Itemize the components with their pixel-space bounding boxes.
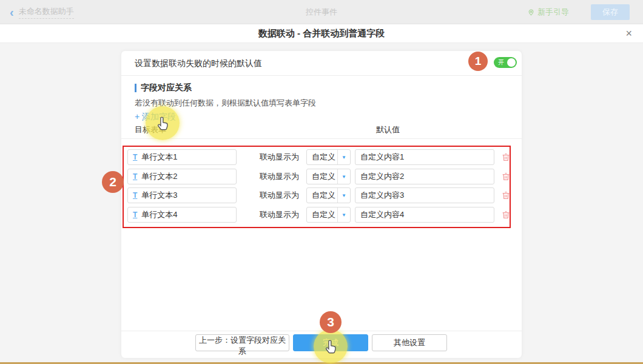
toggle-on-label: 开 — [498, 58, 504, 67]
mode-value: 自定义 — [307, 209, 337, 220]
mode-dropdown[interactable]: 自定义 ▼ — [306, 149, 351, 165]
default-value-text: 自定义内容2 — [360, 171, 404, 182]
dialog-title: 数据联动 - 合并联动到普通字段 — [0, 24, 643, 42]
delete-row-button[interactable] — [501, 172, 511, 181]
chevron-down-icon: ▼ — [337, 169, 350, 184]
divider — [121, 75, 522, 76]
delete-row-button[interactable] — [501, 190, 511, 200]
default-value-setting-label: 设置数据联动失败的时候的默认值 — [135, 51, 262, 75]
target-field-input[interactable]: T 单行文本3 — [127, 187, 237, 203]
default-value-text: 自定义内容3 — [360, 190, 404, 201]
section-marker-bar — [135, 84, 136, 92]
screen: ‹ 未命名数据助手 控件事件 新手引导 保存 数据联动 - 合并联动到普通字段 … — [0, 0, 643, 364]
chevron-down-icon: ▼ — [337, 150, 350, 164]
trash-icon — [501, 210, 511, 220]
default-value-input[interactable]: 自定义内容4 — [355, 207, 494, 223]
dialog-titlebar: 数据联动 - 合并联动到普通字段 × — [0, 24, 643, 43]
target-field-value: 单行文本1 — [141, 152, 177, 163]
beginner-guide-link[interactable]: 新手引导 — [527, 0, 569, 24]
text-field-icon: T — [133, 153, 137, 161]
topbar: ‹ 未命名数据助手 控件事件 新手引导 保存 — [0, 0, 643, 24]
default-value-toggle[interactable]: 开 — [494, 57, 517, 68]
mode-dropdown[interactable]: 自定义 ▼ — [306, 207, 351, 223]
default-value-input[interactable]: 自定义内容3 — [355, 187, 494, 203]
trash-icon — [501, 190, 511, 200]
step-badge-3: 3 — [320, 311, 342, 333]
column-header-default: 默认值 — [376, 124, 400, 135]
target-field-value: 单行文本3 — [141, 190, 177, 201]
other-settings-button[interactable]: 其他设置 — [372, 334, 447, 351]
field-row: T 单行文本2 联动显示为 自定义 ▼ 自定义内容2 — [121, 169, 522, 184]
field-row: T 单行文本3 联动显示为 自定义 ▼ 自定义内容3 — [121, 187, 522, 203]
delete-row-button[interactable] — [501, 210, 511, 220]
assistant-name-label: 未命名数据助手 — [19, 6, 74, 19]
save-button[interactable]: 保存 — [591, 4, 630, 20]
close-icon[interactable]: × — [625, 24, 632, 42]
default-value-text: 自定义内容1 — [360, 152, 404, 163]
target-field-value: 单行文本4 — [141, 209, 177, 220]
click-highlight-done — [314, 329, 348, 363]
default-value-input[interactable]: 自定义内容2 — [355, 169, 494, 184]
target-field-value: 单行文本2 — [141, 171, 177, 182]
beginner-guide-label: 新手引导 — [537, 7, 569, 18]
chevron-down-icon: ▼ — [337, 188, 350, 203]
dialog-panel: 设置数据联动失败的时候的默认值 开 字段对应关系 若没有联动到任何数据，则根据默… — [121, 51, 522, 358]
trash-icon — [501, 152, 511, 162]
back-chevron-icon: ‹ — [10, 6, 14, 18]
link-display-label: 联动显示为 — [260, 149, 299, 165]
step-badge-1: 1 — [468, 52, 488, 71]
section-title-text: 字段对应关系 — [141, 83, 192, 93]
prev-step-button[interactable]: 上一步：设置字段对应关系 — [195, 334, 289, 351]
toggle-knob — [507, 58, 516, 67]
link-display-label: 联动显示为 — [260, 187, 299, 203]
step-badge-2: 2 — [102, 171, 124, 193]
chevron-down-icon: ▼ — [337, 207, 350, 222]
location-pin-icon — [527, 8, 535, 16]
link-display-label: 联动显示为 — [260, 169, 299, 184]
link-display-label: 联动显示为 — [260, 207, 299, 223]
divider — [121, 138, 522, 139]
text-field-icon: T — [133, 191, 137, 200]
mode-value: 自定义 — [307, 190, 337, 201]
mode-dropdown[interactable]: 自定义 ▼ — [306, 187, 351, 203]
cursor-hand-icon — [155, 116, 171, 132]
mode-dropdown[interactable]: 自定义 ▼ — [306, 169, 351, 184]
trash-icon — [501, 172, 511, 181]
text-field-icon: T — [133, 172, 137, 181]
cursor-hand-icon — [323, 339, 339, 355]
back-button[interactable]: ‹ 未命名数据助手 — [10, 0, 74, 24]
click-highlight-add-field — [146, 106, 180, 140]
delete-row-button[interactable] — [501, 152, 511, 162]
section-title: 字段对应关系 — [135, 83, 192, 93]
target-field-input[interactable]: T 单行文本4 — [127, 207, 237, 223]
mode-value: 自定义 — [307, 171, 337, 182]
target-field-input[interactable]: T 单行文本2 — [127, 169, 237, 184]
field-row: T 单行文本1 联动显示为 自定义 ▼ 自定义内容1 — [121, 149, 522, 165]
default-value-input[interactable]: 自定义内容1 — [355, 149, 494, 165]
field-row: T 单行文本4 联动显示为 自定义 ▼ 自定义内容4 — [121, 207, 522, 223]
target-field-input[interactable]: T 单行文本1 — [127, 149, 237, 165]
text-field-icon: T — [133, 211, 137, 219]
default-value-text: 自定义内容4 — [360, 209, 404, 220]
mode-value: 自定义 — [307, 152, 337, 163]
